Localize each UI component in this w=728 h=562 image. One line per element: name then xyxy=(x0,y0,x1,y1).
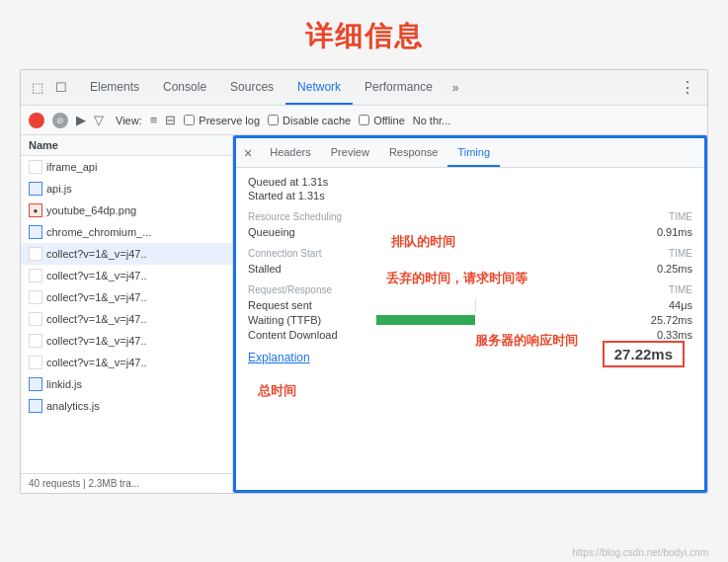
file-list-header: Name xyxy=(21,135,232,156)
cursor-icon[interactable]: ⬚ xyxy=(29,79,46,97)
timing-row-content-download: Content Download 0.33ms xyxy=(248,329,692,341)
content-download-label: Content Download xyxy=(248,329,376,341)
tab-sources[interactable]: Sources xyxy=(218,70,285,105)
list-item[interactable]: collect?v=1&_v=j47.. xyxy=(21,330,232,352)
bar-divider xyxy=(475,299,476,311)
waiting-label: Waiting (TTFB) xyxy=(248,314,376,326)
record-button[interactable] xyxy=(29,113,44,128)
file-icon-js xyxy=(29,182,42,196)
list-item[interactable]: collect?v=1&_v=j47.. xyxy=(21,308,232,330)
video-icon[interactable]: ▶ xyxy=(76,113,86,127)
request-response-header: Request/Response TIME xyxy=(248,284,692,295)
file-name: collect?v=1&_v=j47.. xyxy=(46,291,147,303)
watermark: https://blog.csdn.net/bodyi.cnm xyxy=(572,547,708,558)
devtools-menu-button[interactable]: ⋮ xyxy=(676,78,699,97)
view-grid-icon[interactable]: ⊟ xyxy=(165,113,176,127)
request-response-section: Request/Response TIME Request sent 44μs … xyxy=(248,284,692,341)
tab-network[interactable]: Network xyxy=(285,70,353,105)
timing-panel-close[interactable]: × xyxy=(244,145,252,161)
timing-footer: Explanation 27.22ms 总时间 xyxy=(248,351,692,400)
tab-more[interactable]: » xyxy=(445,81,467,95)
resource-scheduling-header: Resource Scheduling TIME xyxy=(248,211,692,222)
list-item[interactable]: collect?v=1&_v=j47.. xyxy=(21,352,232,373)
file-name: collect?v=1&_v=j47.. xyxy=(46,357,147,368)
file-name: collect?v=1&_v=j47.. xyxy=(46,335,147,347)
view-list-icon[interactable]: ≡ xyxy=(150,113,158,127)
tab-console[interactable]: Console xyxy=(151,70,218,105)
file-name: iframe_api xyxy=(46,161,97,173)
file-icon-generic xyxy=(29,356,42,369)
throttle-label: No thr... xyxy=(413,115,451,126)
list-item[interactable]: chrome_chromium_... xyxy=(21,221,232,243)
tab-performance[interactable]: Performance xyxy=(353,70,445,105)
list-item[interactable]: linkid.js xyxy=(21,373,232,395)
filter-icon[interactable]: ▽ xyxy=(94,113,104,127)
file-icon-generic xyxy=(29,269,42,282)
timing-tab-timing[interactable]: Timing xyxy=(447,138,500,167)
offline-group: Offline xyxy=(359,115,405,126)
devtools-main: Name iframe_api api.js ● youtube_64dp.pn… xyxy=(21,135,707,493)
file-icon-generic xyxy=(29,160,42,174)
list-item[interactable]: iframe_api xyxy=(21,156,232,178)
file-name: collect?v=1&_v=j47.. xyxy=(46,313,147,325)
total-time-value: 27.22ms xyxy=(614,346,673,362)
preserve-log-group: Preserve log xyxy=(184,115,260,126)
devtools-tabs: Elements Console Sources Network Perform… xyxy=(78,70,467,105)
file-icon-img: ● xyxy=(29,203,42,217)
stop-button[interactable]: ⊘ xyxy=(52,113,68,128)
request-response-time-col: TIME xyxy=(669,284,692,295)
preserve-log-checkbox[interactable] xyxy=(184,115,195,125)
list-item[interactable]: collect?v=1&_v=j47.. xyxy=(21,286,232,308)
devtools-icon-buttons: ⬚ ☐ xyxy=(29,79,70,97)
list-item[interactable]: ● youtube_64dp.png xyxy=(21,200,232,221)
offline-label: Offline xyxy=(373,115,405,126)
timing-content: Queued at 1.31s Started at 1.31s Resourc… xyxy=(236,168,704,408)
disable-cache-group: Disable cache xyxy=(268,115,351,126)
resource-scheduling-time-col: TIME xyxy=(669,211,692,222)
file-icon-generic xyxy=(29,312,42,326)
stalled-value: 0.25ms xyxy=(633,263,692,275)
total-time-box: 27.22ms xyxy=(603,341,685,367)
list-item-selected[interactable]: collect?v=1&_v=j47.. xyxy=(21,243,232,265)
connection-start-section: Connection Start TIME Stalled 0.25ms 丢弃的… xyxy=(248,248,692,275)
annotation-total: 总时间 xyxy=(258,382,296,400)
timing-panel: × Headers Preview Response Timing Queued… xyxy=(233,135,707,493)
connection-start-label: Connection Start xyxy=(248,248,322,259)
disable-cache-checkbox[interactable] xyxy=(268,115,279,125)
file-list-footer: 40 requests | 2.3MB tra... xyxy=(21,473,233,493)
offline-checkbox[interactable] xyxy=(359,115,369,125)
file-name: collect?v=1&_v=j47.. xyxy=(46,270,147,281)
throttle-group: No thr... xyxy=(413,115,451,126)
file-name: linkid.js xyxy=(46,378,82,390)
preserve-log-label: Preserve log xyxy=(199,115,260,126)
devtools-container: ⬚ ☐ Elements Console Sources Network Per… xyxy=(20,69,708,494)
timing-queued-info: Queued at 1.31s xyxy=(248,176,692,188)
disable-cache-label: Disable cache xyxy=(283,115,351,126)
list-item[interactable]: api.js xyxy=(21,178,232,200)
file-icon-js xyxy=(29,225,42,239)
waiting-bar xyxy=(376,315,475,325)
tab-elements[interactable]: Elements xyxy=(78,70,151,105)
request-response-label: Request/Response xyxy=(248,284,332,295)
title-area: 详细信息 xyxy=(0,0,728,69)
timing-started-info: Started at 1.31s xyxy=(248,190,692,201)
timing-tab-headers[interactable]: Headers xyxy=(260,138,321,167)
queueing-label: Queueing xyxy=(248,226,376,238)
stalled-label: Stalled xyxy=(248,263,376,275)
timing-tab-response[interactable]: Response xyxy=(379,138,448,167)
mobile-icon[interactable]: ☐ xyxy=(52,79,70,97)
queueing-value: 0.91ms xyxy=(633,226,692,238)
annotation-server: 服务器的响应时间 xyxy=(475,332,578,350)
resource-scheduling-label: Resource Scheduling xyxy=(248,211,342,222)
timing-tab-preview[interactable]: Preview xyxy=(321,138,379,167)
resource-scheduling-section: Resource Scheduling TIME Queueing 0.91ms… xyxy=(248,211,692,238)
file-name: chrome_chromium_... xyxy=(46,226,151,238)
devtools-topbar: ⬚ ☐ Elements Console Sources Network Per… xyxy=(21,70,707,106)
list-item[interactable]: analytics.js xyxy=(21,395,232,417)
request-sent-bar-area xyxy=(376,299,633,311)
connection-start-time-col: TIME xyxy=(669,248,692,259)
timing-row-waiting: Waiting (TTFB) 25.72ms xyxy=(248,314,692,326)
list-item[interactable]: collect?v=1&_v=j47.. xyxy=(21,265,232,286)
waiting-bar-area xyxy=(376,314,633,326)
file-icon-generic xyxy=(29,247,42,261)
